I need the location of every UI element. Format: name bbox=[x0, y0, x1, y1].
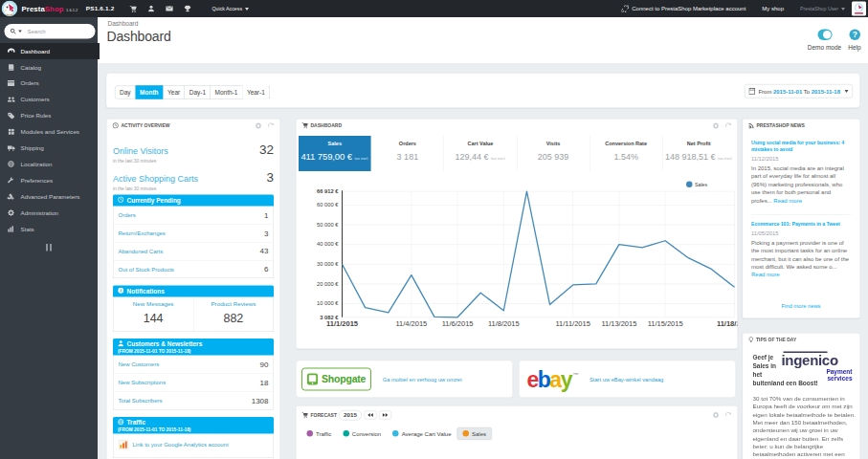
read-more-link[interactable]: Read more bbox=[751, 272, 780, 278]
svg-text:60 000 €: 60 000 € bbox=[317, 202, 339, 208]
sidebar-item-shipping[interactable]: Shipping bbox=[0, 140, 98, 156]
section-row: New Customers90 bbox=[114, 356, 274, 374]
sidebar-collapse-button[interactable] bbox=[0, 244, 98, 251]
sidebar-item-localization[interactable]: Localization bbox=[0, 156, 98, 172]
news-panel-title: PRESTASHOP NEWS bbox=[757, 123, 805, 129]
sidebar-item-catalog[interactable]: Catalog bbox=[0, 59, 98, 76]
sidebar-item-customers[interactable]: Customers bbox=[0, 92, 98, 108]
cart-icon[interactable] bbox=[124, 5, 143, 12]
truck-icon bbox=[6, 145, 16, 151]
forecast-legend-traffic[interactable]: Traffic bbox=[301, 427, 338, 440]
sidebar-item-advanced-parameters[interactable]: Advanced Parameters bbox=[0, 188, 98, 205]
shop-name[interactable]: PS1.6.1.2 bbox=[86, 6, 115, 12]
range-button-day[interactable]: Day bbox=[115, 86, 136, 99]
section-row-value: 90 bbox=[260, 361, 269, 369]
news-item-title[interactable]: Ecommerce 101: Payments in a Tweet bbox=[751, 220, 851, 227]
kpi-conversion-rate[interactable]: Conversion Rate1.54% bbox=[590, 136, 662, 171]
my-shop-link[interactable]: My shop bbox=[762, 6, 784, 12]
activity-stat-link[interactable]: Online Visitors bbox=[113, 146, 168, 157]
section-cell-link[interactable]: Product Reviews bbox=[195, 301, 271, 308]
sidebar-item-stats[interactable]: Stats bbox=[0, 221, 98, 237]
panel-config-icon[interactable] bbox=[713, 412, 720, 419]
news-item-title[interactable]: Using social media for your business: 4 … bbox=[751, 139, 851, 153]
legend-dot-icon bbox=[392, 430, 399, 437]
google-analytics-icon bbox=[119, 439, 129, 449]
forecast-legend-average-cart-value[interactable]: Average Cart Value bbox=[387, 427, 456, 440]
section-header: Currently Pending bbox=[113, 195, 274, 207]
section-row-link[interactable]: Abandoned Carts bbox=[119, 248, 164, 254]
kpi-visits[interactable]: Visits205 939 bbox=[517, 136, 590, 171]
chart-legend[interactable]: Sales bbox=[686, 182, 707, 188]
shopgate-ad-link[interactable]: Ga mobiel en verhoog uw omzet bbox=[383, 376, 462, 382]
ebay-ad[interactable]: ebay™ Start uw eBay-winkel vandaag bbox=[519, 361, 736, 399]
range-button-month-1[interactable]: Month-1 bbox=[211, 86, 242, 99]
rss-icon bbox=[748, 122, 754, 128]
prestashop-logo-icon bbox=[2, 1, 18, 17]
forecast-legend-sales[interactable]: Sales bbox=[457, 427, 493, 440]
sales-line-chart[interactable]: 3 082 €10 000 €20 000 €30 000 €40 000 €5… bbox=[297, 179, 738, 337]
range-button-month[interactable]: Month bbox=[136, 86, 164, 99]
activity-stat-link[interactable]: Active Shopping Carts bbox=[113, 174, 198, 185]
panel-config-icon[interactable] bbox=[713, 122, 720, 129]
legend-dot-icon bbox=[307, 430, 314, 437]
read-more-link[interactable]: Read more bbox=[773, 197, 802, 204]
date-range-button[interactable]: From2015-11-01 To2015-11-18 bbox=[745, 84, 853, 98]
help-icon[interactable]: ? bbox=[850, 30, 861, 41]
sidebar-item-label: Orders bbox=[21, 80, 39, 87]
range-button-year-1[interactable]: Year-1 bbox=[242, 86, 269, 99]
section-row-link[interactable]: New Customers bbox=[119, 361, 160, 368]
forecast-prev-button[interactable] bbox=[364, 411, 376, 420]
legend-dot-icon bbox=[343, 430, 349, 437]
section-row-link[interactable]: Return/Exchanges bbox=[119, 230, 166, 236]
ebay-ad-link[interactable]: Start uw eBay-winkel vandaag bbox=[590, 376, 663, 382]
user-menu[interactable]: PrestaShop User bbox=[800, 6, 845, 11]
dashboard-cart-icon bbox=[302, 122, 309, 129]
find-more-news-link[interactable]: Find more news bbox=[751, 303, 851, 309]
sidebar-item-orders[interactable]: Orders bbox=[0, 76, 98, 92]
section-cell-link[interactable]: New Messages bbox=[116, 301, 191, 308]
panel-refresh-icon[interactable] bbox=[725, 412, 732, 419]
svg-text:11/6/2015: 11/6/2015 bbox=[442, 319, 474, 328]
badges-icon[interactable] bbox=[179, 6, 197, 12]
sidebar-item-modules-and-services[interactable]: Modules and Services bbox=[0, 123, 98, 140]
sidebar-item-dashboard[interactable]: Dashboard bbox=[0, 43, 100, 59]
forecast-next-button[interactable] bbox=[379, 411, 391, 420]
kpi-orders[interactable]: Orders3 181 bbox=[371, 136, 444, 171]
forecast-year-button[interactable]: 2015 bbox=[339, 410, 362, 420]
user-avatar[interactable] bbox=[852, 2, 866, 16]
panel-refresh-icon[interactable] bbox=[268, 122, 275, 129]
forecast-legend-conversion[interactable]: Conversion bbox=[337, 427, 387, 440]
brand[interactable]: PrestaShop 1.6.1.2 bbox=[22, 5, 78, 13]
shopgate-ad[interactable]: Shopgate Ga mobiel en verhoog uw omzet bbox=[296, 361, 513, 399]
range-button-year[interactable]: Year bbox=[164, 86, 186, 99]
svg-text:30 000 €: 30 000 € bbox=[317, 261, 339, 267]
search-input[interactable] bbox=[28, 28, 85, 34]
section-row-link[interactable]: Orders bbox=[119, 211, 136, 218]
shopgate-phone-icon bbox=[306, 373, 319, 385]
employee-icon[interactable] bbox=[143, 6, 161, 12]
sidebar-item-administration[interactable]: Administration bbox=[0, 205, 98, 221]
svg-text:11/1/2015: 11/1/2015 bbox=[326, 319, 358, 328]
kpi-net-profit[interactable]: Net Profit148 918,51 € tax excl. bbox=[662, 136, 735, 171]
marketplace-link[interactable]: Connect to PrestaShop Marketplace accoun… bbox=[621, 5, 746, 12]
range-button-day-1[interactable]: Day-1 bbox=[185, 86, 211, 99]
sidebar-item-price-rules[interactable]: Price Rules bbox=[0, 108, 98, 124]
search-scope-caret-icon[interactable] bbox=[18, 31, 22, 33]
sidebar-search[interactable] bbox=[5, 24, 96, 39]
section-row-link[interactable]: Total Subscribers bbox=[119, 397, 163, 404]
panel-config-icon[interactable] bbox=[256, 122, 262, 129]
sidebar-item-label: Stats bbox=[21, 226, 34, 232]
google-analytics-link[interactable]: Link to your Google Analytics account bbox=[133, 441, 229, 448]
quick-access-menu[interactable]: Quick Access bbox=[212, 6, 250, 11]
messages-icon[interactable] bbox=[161, 6, 179, 12]
kpi-sales[interactable]: Sales411 759,00 € tax excl. bbox=[299, 136, 371, 171]
section-row-link[interactable]: Out of Stock Products bbox=[119, 266, 174, 273]
demo-mode-toggle[interactable] bbox=[818, 30, 833, 41]
sidebar-item-preferences[interactable]: Preferences bbox=[0, 172, 98, 188]
section-row-value: 3 bbox=[264, 229, 268, 237]
kpi-cart-value[interactable]: Cart Value129,44 € tax excl. bbox=[444, 136, 517, 171]
range-button-group: DayMonthYearDay-1Month-1Year-1 bbox=[115, 86, 270, 99]
sidebar: DashboardCatalogOrdersCustomersPrice Rul… bbox=[0, 17, 98, 459]
section-row-link[interactable]: New Subscriptions bbox=[119, 380, 167, 386]
panel-refresh-icon[interactable] bbox=[725, 122, 732, 129]
